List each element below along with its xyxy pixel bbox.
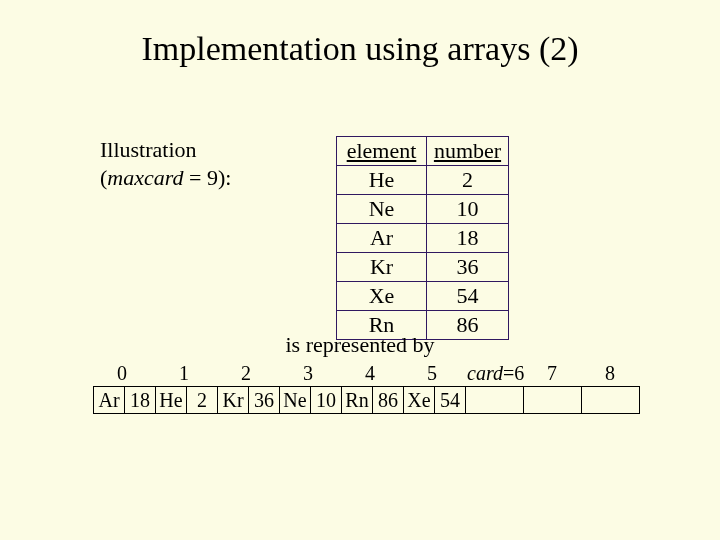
illustration-line1: Illustration [100, 137, 197, 162]
array-cell: He2 [156, 387, 218, 413]
illustration-caption: Illustration (maxcard = 9): [100, 136, 231, 191]
array-index: 4 [365, 362, 375, 385]
cell-number: 10 [427, 195, 509, 224]
cell-el: Xe [404, 387, 435, 413]
maxcard-word: maxcard [107, 165, 183, 190]
array-cell-card [466, 387, 524, 413]
cell-num: 10 [311, 387, 341, 413]
cell-number: 2 [427, 166, 509, 195]
cell-num: 54 [435, 387, 465, 413]
cell-el: He [156, 387, 187, 413]
array-index: 1 [179, 362, 189, 385]
array-cell-empty [582, 387, 640, 413]
cell-el: Ar [94, 387, 125, 413]
array-cell: Ne10 [280, 387, 342, 413]
cell-number: 54 [427, 282, 509, 311]
col-header-number: number [427, 137, 509, 166]
cell-element: Xe [337, 282, 427, 311]
cell-element: Ar [337, 224, 427, 253]
slide: Implementation using arrays (2) Illustra… [0, 0, 720, 540]
cell-number: 36 [427, 253, 509, 282]
represented-by-label: is represented by [0, 332, 720, 358]
maxcard-value: 9 [207, 165, 218, 190]
col-header-element: element [337, 137, 427, 166]
array-cell: Rn86 [342, 387, 404, 413]
array-index-row: 0 1 2 3 4 5 card=6 7 8 [93, 362, 640, 384]
array-cells: Ar18 He2 Kr36 Ne10 Rn86 Xe54 [93, 386, 640, 414]
array-index: 8 [605, 362, 615, 385]
cell-element: He [337, 166, 427, 195]
illustration-line2: (maxcard = 9): [100, 165, 231, 190]
cell-element: Kr [337, 253, 427, 282]
array-cell: Kr36 [218, 387, 280, 413]
array-index: 5 [427, 362, 437, 385]
array-index: 2 [241, 362, 251, 385]
cell-number: 18 [427, 224, 509, 253]
array-index: 3 [303, 362, 313, 385]
slide-title: Implementation using arrays (2) [0, 30, 720, 68]
cell-num: 86 [373, 387, 403, 413]
cell-num: 18 [125, 387, 155, 413]
cell-num: 2 [187, 387, 217, 413]
array-index: 0 [117, 362, 127, 385]
cell-num: 36 [249, 387, 279, 413]
cell-el: Kr [218, 387, 249, 413]
cell-el: Ne [280, 387, 311, 413]
array-cell: Xe54 [404, 387, 466, 413]
cell-el: Rn [342, 387, 373, 413]
array-cell-empty [524, 387, 582, 413]
cell-element: Ne [337, 195, 427, 224]
array-index: 7 [547, 362, 557, 385]
card-label: card=6 [467, 362, 524, 385]
element-number-table: element number He2 Ne10 Ar18 Kr36 Xe54 R… [336, 136, 509, 340]
array-cell: Ar18 [94, 387, 156, 413]
array-diagram: 0 1 2 3 4 5 card=6 7 8 Ar18 He2 Kr36 Ne1… [93, 362, 640, 414]
